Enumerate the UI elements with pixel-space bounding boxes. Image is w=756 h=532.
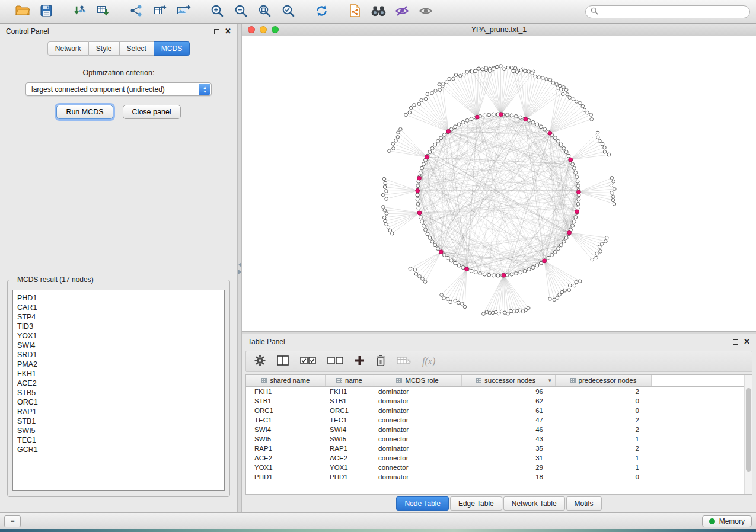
run-mcds-button[interactable]: Run MCDS: [56, 105, 113, 119]
add-row-button[interactable]: [355, 355, 365, 367]
window-close-icon[interactable]: [248, 26, 255, 33]
table-row[interactable]: ACE2ACE2connector311: [246, 453, 752, 463]
export-image-button[interactable]: [174, 3, 193, 21]
mcds-result-item[interactable]: STB5: [17, 388, 220, 398]
expand-right-icon[interactable]: [238, 270, 241, 274]
search-icon: [591, 7, 598, 17]
zoom-in-icon: [210, 4, 224, 20]
close-panel-button[interactable]: Close panel: [123, 105, 181, 119]
table-scrollbar[interactable]: [744, 375, 752, 494]
mcds-result-item[interactable]: YOX1: [17, 331, 220, 341]
import-network-button[interactable]: [70, 3, 89, 21]
table-row[interactable]: PHD1PHD1dominator180: [246, 472, 752, 482]
window-maximize-icon[interactable]: [272, 26, 279, 33]
mcds-result-item[interactable]: SRD1: [17, 350, 220, 360]
table-settings-button[interactable]: [254, 355, 266, 368]
tab-motifs[interactable]: Motifs: [566, 496, 602, 511]
zoom-out-button[interactable]: [231, 3, 250, 21]
mcds-result-item[interactable]: SWI4: [17, 341, 220, 350]
open-session-button[interactable]: [13, 3, 32, 21]
deselect-all-rows-button[interactable]: [327, 356, 343, 367]
column-header-mcds-role[interactable]: MCDS role: [374, 375, 461, 386]
export-network-button[interactable]: [127, 3, 146, 21]
select-all-rows-button[interactable]: [300, 356, 316, 367]
zoom-fit-button[interactable]: [255, 3, 274, 21]
sort-menu-icon[interactable]: ▾: [548, 377, 551, 383]
tab-mcds[interactable]: MCDS: [154, 41, 190, 56]
binoculars-button[interactable]: [369, 3, 388, 21]
close-panel-icon[interactable]: ✕: [225, 28, 231, 34]
eye-icon: [419, 5, 433, 18]
scrollbar-thumb[interactable]: [746, 388, 751, 472]
network-window-title: YPA_prune.txt_1: [242, 25, 756, 34]
share-document-button[interactable]: [345, 3, 364, 21]
table-row[interactable]: YOX1YOX1connector291: [246, 463, 752, 472]
mcds-result-item[interactable]: ORC1: [17, 398, 220, 407]
mcds-result-item[interactable]: STP4: [17, 312, 220, 322]
import-table-button[interactable]: [94, 3, 113, 21]
tab-select[interactable]: Select: [120, 41, 154, 56]
mcds-result-item[interactable]: TEC1: [17, 435, 220, 445]
mcds-result-list[interactable]: PHD1CAR1STP4TID3YOX1SWI4SRD1PMA2FKH1ACE2…: [12, 290, 225, 491]
table-row[interactable]: FKH1FKH1dominator962: [246, 386, 752, 396]
table-row[interactable]: SWI5SWI5connector431: [246, 434, 752, 444]
vertical-splitter[interactable]: [238, 24, 242, 512]
table-row[interactable]: STB1STB1dominator620: [246, 396, 752, 406]
show-graphics-details-button[interactable]: [416, 3, 435, 21]
save-session-button[interactable]: [37, 3, 56, 21]
network-window-titlebar[interactable]: YPA_prune.txt_1: [242, 24, 756, 36]
mcds-result-item[interactable]: CAR1: [17, 303, 220, 312]
column-header-name[interactable]: name: [325, 375, 374, 386]
close-table-panel-icon[interactable]: ✕: [744, 339, 750, 345]
zoom-out-icon: [234, 4, 248, 20]
collapse-left-icon[interactable]: [238, 262, 241, 267]
optimization-criterion-select[interactable]: largest connected component (undirected)…: [25, 82, 212, 96]
refresh-view-button[interactable]: [312, 3, 331, 21]
mcds-result-item[interactable]: RAP1: [17, 407, 220, 416]
unchecked-boxes-icon: [327, 356, 343, 367]
column-header-successor-nodes[interactable]: successor nodes▾: [461, 375, 555, 386]
zoom-in-button[interactable]: [208, 3, 227, 21]
export-table-button[interactable]: [151, 3, 170, 21]
mcds-result-item[interactable]: PMA2: [17, 360, 220, 369]
table-row[interactable]: RAP1RAP1dominator352: [246, 444, 752, 453]
apply-function-button[interactable]: f(x): [422, 356, 435, 367]
tab-network[interactable]: Network: [47, 41, 89, 56]
optimization-criterion-value: largest connected component (undirected): [31, 85, 165, 94]
tab-style[interactable]: Style: [89, 41, 120, 56]
column-header-predecessor-nodes[interactable]: predecessor nodes: [555, 375, 651, 386]
table-row[interactable]: SWI4SWI4dominator462: [246, 425, 752, 434]
table-row[interactable]: ORC1ORC1dominator610: [246, 406, 752, 415]
mcds-result-item[interactable]: STB1: [17, 416, 220, 426]
global-search[interactable]: [585, 5, 750, 18]
mcds-result-item[interactable]: TID3: [17, 322, 220, 331]
tab-network-table[interactable]: Network Table: [503, 496, 565, 511]
float-table-panel-icon[interactable]: [733, 339, 738, 345]
status-menu-button[interactable]: ≡: [4, 515, 21, 527]
float-panel-icon[interactable]: [214, 29, 219, 34]
tab-edge-table[interactable]: Edge Table: [450, 496, 502, 511]
network-share-icon: [130, 4, 143, 19]
application-window: Control Panel ✕ Network Style Select MCD…: [0, 0, 756, 532]
search-input[interactable]: [602, 8, 745, 16]
tab-node-table[interactable]: Node Table: [396, 496, 449, 511]
columns-icon: [277, 355, 289, 367]
hide-graphics-details-button[interactable]: [393, 3, 412, 21]
column-label: predecessor nodes: [579, 377, 637, 384]
toggle-columns-button[interactable]: [277, 355, 289, 367]
window-minimize-icon[interactable]: [260, 26, 267, 33]
clear-table-button[interactable]: [397, 356, 411, 367]
mcds-result-item[interactable]: SWI5: [17, 426, 220, 435]
column-header-shared-name[interactable]: shared name: [246, 375, 325, 386]
network-canvas[interactable]: [242, 36, 756, 331]
mcds-result-item[interactable]: ACE2: [17, 379, 220, 388]
table-row[interactable]: TEC1TEC1connector472: [246, 415, 752, 425]
mcds-result-item[interactable]: GCR1: [17, 445, 220, 454]
mcds-result-item[interactable]: PHD1: [17, 293, 220, 303]
network-graph[interactable]: [242, 36, 756, 331]
memory-button[interactable]: Memory: [702, 515, 752, 527]
delete-rows-button[interactable]: [376, 355, 385, 368]
zoom-fit-icon: [258, 4, 272, 20]
zoom-selected-button[interactable]: [279, 3, 298, 21]
mcds-result-item[interactable]: FKH1: [17, 369, 220, 379]
